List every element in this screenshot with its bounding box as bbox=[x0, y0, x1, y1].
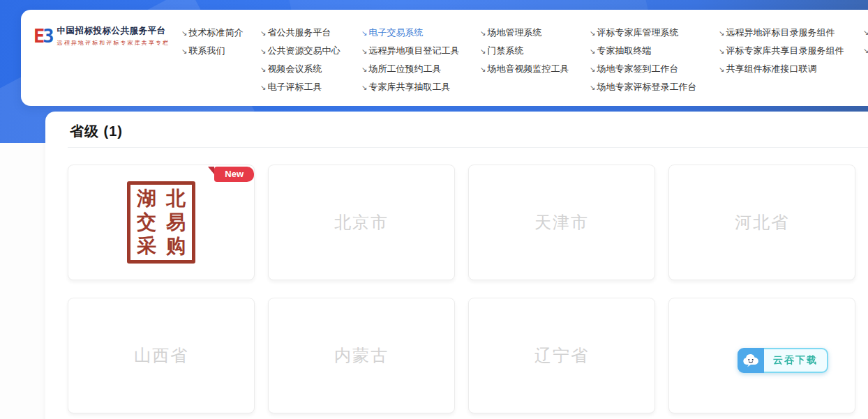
province-card-hebei[interactable]: 河北省 bbox=[668, 165, 855, 280]
southeast-arrow-icon: ↘ bbox=[260, 84, 266, 91]
southeast-arrow-icon: ↘ bbox=[260, 66, 266, 73]
province-label: 天津市 bbox=[534, 211, 589, 234]
page: E 3 中国招标投标公共服务平台 远程异地评标和评标专家库共享专栏 ↘技术标准简… bbox=[0, 0, 868, 419]
nav-item-contact-us[interactable]: ↘联系我们 bbox=[181, 45, 243, 57]
header: E 3 中国招标投标公共服务平台 远程异地评标和评标专家库共享专栏 ↘技术标准简… bbox=[21, 10, 868, 106]
southeast-arrow-icon: ↘ bbox=[719, 29, 724, 37]
nav-item-label: 专家库共享抽取工具 bbox=[368, 82, 450, 92]
hubei-seal-logo: 湖 北 交 易 采 购 bbox=[127, 181, 195, 264]
southeast-arrow-icon: ↘ bbox=[590, 29, 595, 37]
site-subtitle: 远程异地评标和评标专家库共享专栏 bbox=[57, 39, 170, 47]
nav-item-video-conference[interactable]: ↘视频会议系统 bbox=[260, 63, 340, 75]
southeast-arrow-icon: ↘ bbox=[863, 47, 868, 54]
seal-char: 交 bbox=[132, 211, 161, 234]
nav-item-label: 场地音视频监控工具 bbox=[487, 63, 569, 74]
nav-item-label: 评标专家库管理系统 bbox=[597, 27, 678, 38]
nav-item-label: 专家抽取终端 bbox=[597, 45, 651, 56]
site-title: 中国招标投标公共服务平台 bbox=[57, 25, 170, 37]
nav-item-tech-standards[interactable]: ↘技术标准简介 bbox=[181, 26, 243, 39]
nav-item-expert-pool-extraction[interactable]: ↘专家库共享抽取工具 bbox=[361, 81, 459, 93]
nav-item-expert-db-management[interactable]: ↘评标专家库管理系统 bbox=[590, 26, 696, 39]
southeast-arrow-icon: ↘ bbox=[361, 29, 367, 37]
nav-item-label: 技术标准简介 bbox=[188, 27, 243, 38]
nav-item-access-control[interactable]: ↘门禁系统 bbox=[480, 45, 569, 57]
nav-item-remote-project-registration[interactable]: ↘远程异地项目登记工具 bbox=[361, 45, 459, 57]
nav-item-public-resource-center[interactable]: ↘公共资源交易中心 bbox=[260, 45, 340, 57]
province-label: 内蒙古 bbox=[334, 344, 389, 367]
southeast-arrow-icon: ↘ bbox=[181, 47, 187, 55]
nav-item-expert-login-workbench[interactable]: ↘场地专家评标登录工作台 bbox=[590, 81, 696, 93]
southeast-arrow-icon: ↘ bbox=[590, 66, 595, 73]
southeast-arrow-icon: ↘ bbox=[181, 29, 187, 37]
nav-column-2: ↘省公共服务平台 ↘公共资源交易中心 ↘视频会议系统 ↘电子评标工具 bbox=[260, 26, 340, 99]
seal-char: 北 bbox=[161, 187, 190, 211]
southeast-arrow-icon: ↘ bbox=[590, 84, 595, 91]
southeast-arrow-icon: ↘ bbox=[863, 29, 868, 36]
province-card-beijing[interactable]: 北京市 bbox=[268, 165, 455, 280]
section-title: 省级 (1) bbox=[70, 122, 123, 141]
province-card-liaoning[interactable]: 辽宁省 bbox=[468, 298, 655, 413]
site-logo[interactable]: E 3 中国招标投标公共服务平台 远程异地评标和评标专家库共享专栏 bbox=[33, 25, 170, 47]
nav-column-6: ↘远程异地评标目录服务组件 ↘评标专家库共享目录服务组件 ↘共享组件标准接口联调 bbox=[719, 26, 844, 81]
province-card-shanxi[interactable]: 山西省 bbox=[68, 298, 255, 413]
nav-item-label: 联系我们 bbox=[188, 45, 225, 56]
cloud-face-icon bbox=[738, 348, 764, 373]
province-card-hubei[interactable]: 湖 北 交 易 采 购 New bbox=[68, 165, 255, 280]
logo-mark-right: 3 bbox=[43, 26, 52, 45]
province-label: 河北省 bbox=[735, 211, 789, 234]
southeast-arrow-icon: ↘ bbox=[260, 47, 266, 55]
nav-column-5: ↘评标专家库管理系统 ↘专家抽取终端 ↘场地专家签到工作台 ↘场地专家评标登录工… bbox=[590, 26, 696, 99]
nav-item-label: 场地专家签到工作台 bbox=[597, 63, 678, 74]
province-label: 辽宁省 bbox=[534, 344, 589, 367]
southeast-arrow-icon: ↘ bbox=[361, 66, 367, 73]
nav-item-label: 评标专家库共享目录服务组件 bbox=[726, 45, 844, 56]
province-card-neimenggu[interactable]: 内蒙古 bbox=[268, 298, 455, 413]
nav-item-provincial-platform[interactable]: ↘省公共服务平台 bbox=[260, 26, 340, 39]
cloud-download-label: 云吞下载 bbox=[764, 348, 828, 373]
southeast-arrow-icon: ↘ bbox=[480, 29, 486, 37]
nav-item-e-trading-system-active[interactable]: ↘电子交易系统 bbox=[361, 26, 459, 39]
province-card-tianjin[interactable]: 天津市 bbox=[468, 165, 655, 280]
seal-char: 湖 bbox=[132, 187, 161, 211]
nav-item-label: 门禁系统 bbox=[487, 45, 523, 56]
southeast-arrow-icon: ↘ bbox=[260, 29, 266, 37]
seal-char: 易 bbox=[161, 211, 190, 234]
nav-column-clipped: ↘ ↘ bbox=[863, 26, 868, 63]
nav-item-clipped[interactable]: ↘ bbox=[863, 26, 868, 39]
nav-item-label: 场地管理系统 bbox=[487, 27, 541, 38]
nav-item-workstation-booking[interactable]: ↘场所工位预约工具 bbox=[361, 63, 459, 75]
nav-item-shared-component-debug[interactable]: ↘共享组件标准接口联调 bbox=[719, 63, 844, 75]
southeast-arrow-icon: ↘ bbox=[361, 84, 367, 91]
nav-item-label: 场地专家评标登录工作台 bbox=[597, 82, 696, 92]
southeast-arrow-icon: ↘ bbox=[361, 47, 367, 55]
nav-item-label: 公共资源交易中心 bbox=[267, 45, 340, 56]
nav-item-label: 视频会议系统 bbox=[267, 63, 322, 74]
nav-item-av-monitoring-tool[interactable]: ↘场地音视频监控工具 bbox=[480, 63, 569, 75]
logo-mark-left: E bbox=[33, 26, 43, 45]
nav-item-remote-catalog-service[interactable]: ↘远程异地评标目录服务组件 bbox=[719, 26, 844, 39]
nav-item-label: 远程异地评标目录服务组件 bbox=[726, 27, 835, 38]
cloud-download-widget[interactable]: 云吞下载 bbox=[738, 348, 828, 373]
new-badge: New bbox=[214, 167, 254, 182]
nav-item-label: 省公共服务平台 bbox=[267, 27, 331, 38]
nav-column-1: ↘技术标准简介 ↘联系我们 bbox=[181, 26, 243, 63]
nav-item-expert-db-catalog-service[interactable]: ↘评标专家库共享目录服务组件 bbox=[719, 45, 844, 57]
nav-item-venue-management[interactable]: ↘场地管理系统 bbox=[480, 26, 569, 39]
nav-item-expert-extraction-terminal[interactable]: ↘专家抽取终端 bbox=[590, 45, 696, 57]
province-card-empty[interactable]: 云吞下载 bbox=[668, 298, 855, 413]
main-content: 省级 (1) 湖 北 交 易 采 购 New 北京市 天津市 bbox=[45, 112, 868, 419]
nav-item-e-evaluation-tool[interactable]: ↘电子评标工具 bbox=[260, 81, 340, 93]
nav-item-label: 远程异地项目登记工具 bbox=[368, 45, 459, 56]
nav-column-4: ↘场地管理系统 ↘门禁系统 ↘场地音视频监控工具 bbox=[480, 26, 569, 81]
province-label: 北京市 bbox=[334, 211, 389, 234]
seal-char: 购 bbox=[161, 234, 190, 258]
nav-item-clipped[interactable]: ↘ bbox=[863, 45, 868, 57]
nav-item-label: 场所工位预约工具 bbox=[368, 63, 441, 74]
nav-item-label: 共享组件标准接口联调 bbox=[726, 63, 816, 74]
logo-icon: E 3 bbox=[33, 26, 52, 45]
southeast-arrow-icon: ↘ bbox=[480, 47, 486, 55]
southeast-arrow-icon: ↘ bbox=[719, 66, 724, 73]
nav-column-3: ↘电子交易系统 ↘远程异地项目登记工具 ↘场所工位预约工具 ↘专家库共享抽取工具 bbox=[361, 26, 459, 99]
nav-item-expert-checkin-workbench[interactable]: ↘场地专家签到工作台 bbox=[590, 63, 696, 75]
southeast-arrow-icon: ↘ bbox=[480, 66, 486, 73]
